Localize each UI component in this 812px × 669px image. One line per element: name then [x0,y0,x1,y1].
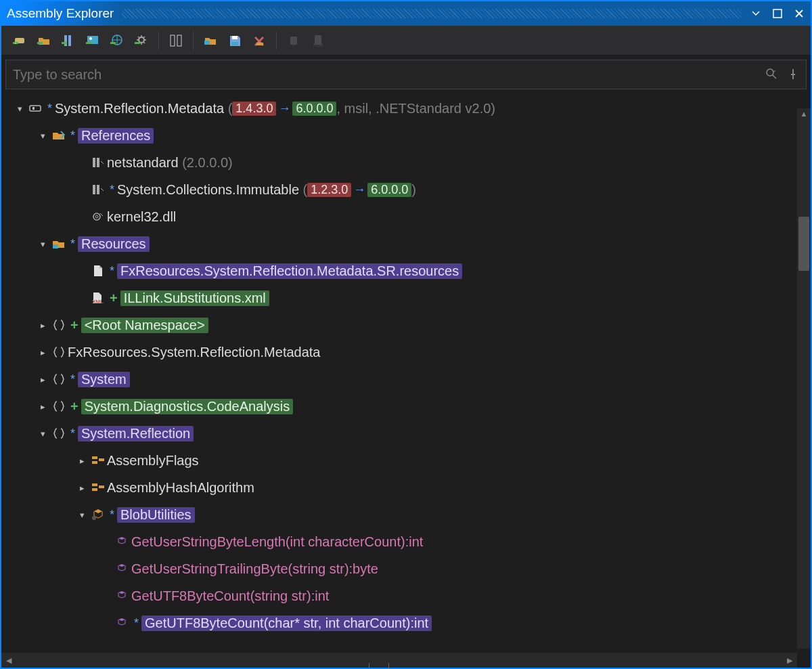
caret-expanded-icon[interactable]: ▾ [74,510,89,520]
svg-rect-22 [30,106,41,111]
method-icon [114,561,131,576]
caret-collapsed-icon[interactable]: ▸ [35,374,50,385]
caret-collapsed-icon[interactable]: ▸ [35,347,50,358]
caret-collapsed-icon[interactable]: ▸ [74,483,89,493]
disabled-button-1 [282,29,305,52]
add-image-button[interactable] [81,29,104,52]
svg-rect-9 [86,42,91,44]
tree-node-resource[interactable]: * FxResources.System.Reflection.Metadata… [7,257,811,284]
svg-rect-11 [110,42,116,44]
tree-node-reference[interactable]: kernel32.dll [7,203,811,230]
svg-point-12 [139,37,144,43]
titlebar: Assembly Explorer [1,1,811,26]
method-icon [114,534,131,549]
horizontal-scrollbar[interactable]: ◀ ▶ [1,653,797,668]
namespace-name: System [78,372,130,387]
tree-node-assembly[interactable]: ▾ * System.Reflection.Metadata ( 1.4.3.0… [7,95,811,122]
namespace-name: FxResources.System.Reflection.Metadata [68,345,321,360]
reference-name: netstandard [107,155,179,171]
method-icon [114,588,131,603]
caret-collapsed-icon[interactable]: ▸ [35,320,50,330]
scroll-right-icon[interactable]: ▶ [782,656,797,665]
caret-collapsed-icon[interactable]: ▸ [74,456,89,466]
library-icon [89,182,107,197]
svg-rect-18 [231,42,238,45]
namespace-icon [50,372,68,387]
class-name: BlobUtilities [117,507,194,523]
tree-node-type[interactable]: ▸ AssemblyHashAlgorithm [7,474,811,501]
version-new: 6.0.0.0 [367,183,411,197]
tree-node-namespace[interactable]: ▸ * System [7,366,811,393]
svg-rect-23 [32,107,35,110]
method-icon [114,616,131,630]
dll-icon [89,209,107,224]
compare-button[interactable] [164,29,187,52]
references-label: References [78,128,154,144]
tree-node-reference[interactable]: * System.Collections.Immutable ( 1.2.3.0… [7,176,811,203]
disabled-pdb-button: PDB [307,29,330,52]
assembly-icon [27,101,45,116]
tree-node-class[interactable]: ▾ * BlobUtilities [7,501,811,528]
tree-node-resource[interactable]: XML + ILLink.Substitutions.xml [7,284,811,311]
version-new: 6.0.0.0 [292,102,336,116]
scroll-up-icon[interactable]: ▲ [797,110,811,118]
namespace-icon [50,399,68,414]
svg-rect-17 [232,36,238,39]
reference-version: (2.0.0.0) [182,155,232,171]
caret-collapsed-icon[interactable]: ▸ [35,402,50,412]
modified-marker: * [70,129,75,143]
added-marker: + [70,318,78,333]
library-icon [89,155,107,170]
titlebar-grip[interactable] [122,9,742,18]
scroll-thumb[interactable] [798,217,809,271]
version-old: 1.2.3.0 [307,183,351,197]
version-old: 1.4.3.0 [232,102,276,116]
open-folder-button[interactable] [199,29,222,52]
tree-node-namespace[interactable]: ▸ + System.Diagnostics.CodeAnalysis [7,393,811,420]
tree-node-namespace[interactable]: ▾ * System.Reflection [7,420,811,447]
svg-text:PDB: PDB [313,43,323,47]
tree-node-resources[interactable]: ▾ * Resources [7,230,811,257]
add-settings-button[interactable] [130,29,153,52]
namespace-name: <Root Namespace> [81,318,208,333]
reference-name: System.Collections.Immutable [117,182,299,198]
add-assembly-button[interactable] [8,29,31,52]
tree-node-references[interactable]: ▾ * References [7,122,811,149]
svg-point-21 [767,69,773,76]
tree-node-type[interactable]: ▸ AssemblyFlags [7,447,811,474]
scroll-left-icon[interactable]: ◀ [1,656,16,665]
add-library-button[interactable] [57,29,80,52]
modified-marker: * [70,237,75,251]
toolbar-separator [158,32,159,49]
namespace-name: System.Reflection [78,426,194,441]
add-folder-button[interactable] [32,29,55,52]
tree-node-namespace[interactable]: ▸ FxResources.System.Reflection.Metadata [7,339,811,366]
close-icon[interactable] [793,7,805,20]
search-input[interactable] [13,67,765,83]
tree-node-method[interactable]: GetUTF8ByteCount(string str):int [7,582,811,609]
caret-expanded-icon[interactable]: ▾ [35,131,50,141]
tree-node-method[interactable]: * GetUTF8ByteCount(char* str, int charCo… [7,609,811,636]
tree-node-reference[interactable]: netstandard (2.0.0.0) [7,149,811,176]
vertical-scrollbar[interactable]: ▲ [797,108,811,649]
pin-icon[interactable] [787,68,799,81]
tree-node-method[interactable]: GetUserStringTrailingByte(string str):by… [7,555,811,582]
svg-rect-3 [37,42,43,44]
svg-point-8 [89,37,92,40]
dropdown-icon[interactable] [750,7,762,20]
caret-expanded-icon[interactable]: ▾ [12,104,27,114]
search-options-icon[interactable] [765,68,779,81]
tree-view: ▾ * System.Reflection.Metadata ( 1.4.3.0… [1,89,811,636]
caret-expanded-icon[interactable]: ▾ [35,429,50,439]
tree-node-namespace[interactable]: ▸ + <Root Namespace> [7,311,811,339]
method-signature: GetUserStringTrailingByte(string str):by… [131,561,378,577]
caret-expanded-icon[interactable]: ▾ [35,239,50,249]
tree-node-method[interactable]: GetUserStringByteLength(int characterCou… [7,528,811,555]
svg-rect-5 [68,35,71,46]
svg-rect-14 [171,35,175,46]
save-button[interactable] [223,29,246,52]
svg-rect-16 [204,41,210,45]
add-globe-button[interactable] [106,29,129,52]
remove-button[interactable] [248,29,271,52]
maximize-icon[interactable] [771,7,784,20]
